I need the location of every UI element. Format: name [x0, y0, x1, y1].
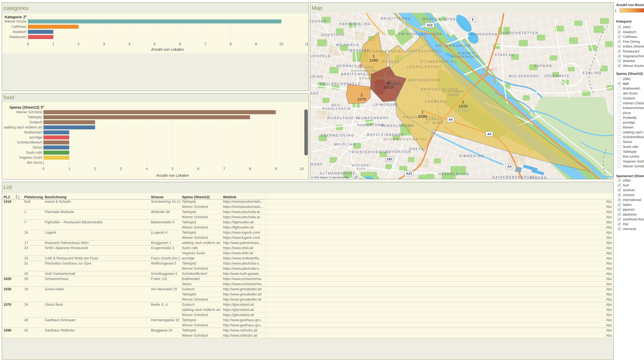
svg-text:KRETA: KRETA — [410, 147, 424, 151]
svg-text:MATZLEINSDORF: MATZLEINSDORF — [367, 133, 404, 136]
svg-text:KARRÉE: KARRÉE — [426, 117, 443, 121]
svg-text:ESSLING: ESSLING — [582, 71, 602, 75]
svg-text:NEU-: NEU- — [332, 103, 342, 107]
svg-text:STUWERVIERTEL: STUWERVIERTEL — [420, 60, 458, 63]
svg-text:1: 1 — [372, 54, 375, 58]
svg-text:BREITENFELD: BREITENFELD — [341, 72, 372, 76]
svg-text:BIOTOPE-: BIOTOPE- — [352, 164, 371, 167]
svg-text:ALTMANNSDORF: ALTMANNSDORF — [320, 171, 356, 175]
svg-text:HUNGELBRUNN: HUNGELBRUNN — [381, 124, 414, 127]
svg-text:WULZENDORF: WULZENDORF — [509, 74, 539, 78]
svg-text:LAIMGRUBE: LAIMGRUBE — [372, 103, 398, 106]
svg-text:KLEINES: KLEINES — [458, 52, 475, 55]
svg-text:8: 8 — [472, 18, 474, 21]
svg-text:1020: 1020 — [459, 104, 468, 108]
svg-text:ASPERN: ASPERN — [534, 64, 552, 68]
svg-text:Prater: Prater — [458, 108, 469, 112]
svg-text:Allgemeines: Allgemeines — [356, 65, 374, 69]
svg-text:OBERMEIDLING: OBERMEIDLING — [320, 133, 354, 137]
svg-text:A4: A4 — [448, 118, 453, 121]
svg-text:KRING: KRING — [310, 75, 324, 78]
svg-text:ZWISCHENBRÜCKEN: ZWISCHENBRÜCKEN — [398, 32, 442, 36]
svg-text:1: 1 — [462, 100, 464, 104]
svg-text:MEIDLING: MEIDLING — [334, 142, 356, 146]
svg-text:Krankenhaus Wien: Krankenhaus Wien — [351, 69, 378, 72]
svg-text:CITY: CITY — [357, 167, 366, 171]
svg-text:HASENLEITEN: HASENLEITEN — [438, 172, 469, 176]
svg-text:9: 9 — [387, 81, 390, 85]
svg-text:KAISERMÜHLEN: KAISERMÜHLEN — [436, 44, 470, 47]
svg-text:A4: A4 — [487, 132, 491, 136]
svg-text:A22: A22 — [427, 23, 433, 27]
svg-text:GERSTHOF: GERSTHOF — [321, 33, 346, 37]
svg-text:NEUKAGRAN: NEUKAGRAN — [470, 32, 498, 36]
svg-text:BRIGITTENAU: BRIGITTENAU — [381, 16, 411, 20]
svg-text:BRUCKHAUFEN: BRUCKHAUFEN — [423, 17, 456, 21]
svg-text:Stadion: Stadion — [448, 93, 459, 96]
svg-text:ALTHANGRUND: ALTHANGRUND — [364, 49, 397, 53]
svg-text:LEOPOLDSTADT: LEOPOLDSTADT — [407, 65, 442, 69]
svg-text:RUDOLFSHEIM: RUDOLFSHEIM — [322, 107, 351, 110]
svg-text:FAVORITEN: FAVORITEN — [386, 150, 412, 153]
svg-text:© 2025 Mapbox © OpenStreetMap: © 2025 Mapbox © OpenStreetMap — [311, 176, 349, 179]
svg-text:1090: 1090 — [369, 58, 378, 62]
svg-text:1030: 1030 — [418, 114, 427, 118]
svg-text:A4: A4 — [507, 165, 512, 168]
svg-text:17: 17 — [354, 176, 358, 179]
svg-text:JÄGERMAIS: JÄGERMAIS — [544, 74, 570, 78]
svg-text:STADLAU: STADLAU — [494, 53, 514, 57]
svg-text:HUNDSTURM: HUNDSTURM — [357, 123, 385, 127]
svg-text:EINSDORF: EINSDORF — [310, 19, 327, 23]
svg-text:RUDOLFSHEIM: RUDOLFSHEIM — [328, 116, 359, 120]
svg-text:GUMPENDORF: GUMPENDORF — [358, 116, 389, 120]
svg-text:WEINHAUS: WEINHAUS — [336, 43, 359, 47]
svg-text:SCHOTTENVIERTEL: SCHOTTENVIERTEL — [359, 76, 402, 80]
svg-text:1070: 1070 — [357, 97, 366, 101]
svg-text:OBERDÖBLING: OBERDÖBLING — [339, 22, 371, 26]
svg-text:HERNALS: HERNALS — [336, 64, 357, 68]
svg-text:ROSSAU: ROSSAU — [382, 60, 400, 63]
svg-text:SONNWENDVIERTEL: SONNWENDVIERTEL — [384, 137, 428, 141]
svg-text:ALBERN: ALBERN — [530, 176, 547, 179]
svg-text:ALLIIERTENVIERTEL: ALLIIERTENVIERTEL — [398, 49, 443, 53]
svg-text:TRIESTERVIERTEL: TRIESTERVIERTEL — [349, 150, 390, 154]
svg-text:2: 2 — [360, 93, 363, 97]
svg-text:GÄNSEHÄUFEL: GÄNSEHÄUFEL — [452, 55, 481, 58]
svg-text:SIMMERING: SIMMERING — [459, 154, 484, 158]
svg-text:ERDBERG: ERDBERG — [425, 100, 446, 103]
svg-text:230: 230 — [387, 157, 392, 161]
svg-text:Ernst-Happel-: Ernst-Happel- — [442, 89, 464, 93]
svg-text:NDORF: NDORF — [310, 162, 323, 166]
svg-text:NSEE: NSEE — [310, 91, 319, 95]
svg-text:WEISSGERBER: WEISSGERBER — [408, 78, 441, 82]
svg-text:NEULERCHENFELD: NEULERCHENFELD — [320, 82, 361, 86]
svg-text:RAUENFELD: RAUENFELD — [310, 54, 331, 58]
svg-text:A23: A23 — [406, 172, 412, 175]
svg-text:ST. MARX: ST. MARX — [425, 121, 444, 124]
svg-text:HIRSCHSTETTEN: HIRSCHSTETTEN — [502, 31, 539, 35]
svg-text:1010: 1010 — [384, 85, 393, 89]
svg-text:1: 1 — [421, 110, 424, 114]
